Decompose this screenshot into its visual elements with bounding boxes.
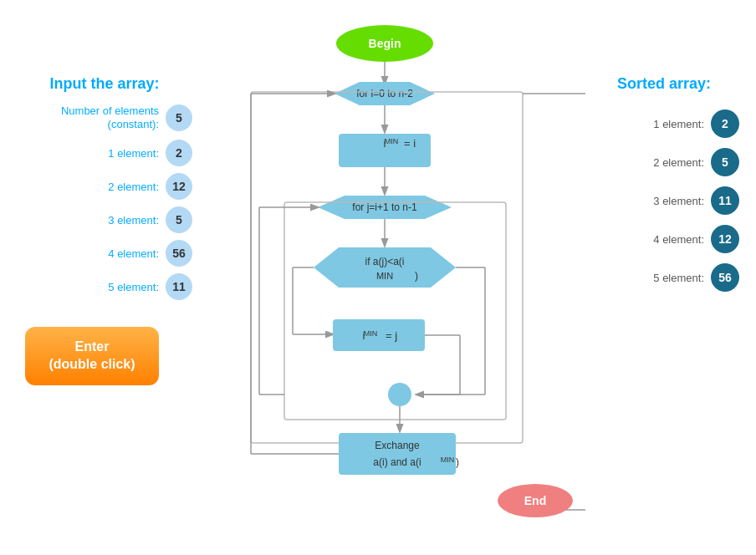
element-row-3: 3 element: 5 [17, 206, 192, 233]
if-label-3: ) [415, 270, 418, 282]
element-label-1: 1 element: [108, 147, 159, 160]
sorted-row-4: 4 element: 12 [589, 225, 739, 253]
element-label-5: 5 element: [108, 281, 159, 293]
flowchart-svg: Begin for i=0 to n-2 i MIN = i for j=i+1… [184, 8, 585, 552]
sorted-value-3: 11 [711, 186, 739, 215]
sorted-value-4: 12 [711, 225, 739, 253]
imin-j-subscript: MIN [364, 329, 378, 338]
element-row-2: 2 element: 12 [17, 173, 192, 200]
imin-j-shape [333, 319, 425, 351]
imin-i-eq: = i [404, 137, 416, 150]
sorted-row-1: 1 element: 2 [589, 109, 739, 138]
element-label-2: 2 element: [108, 181, 159, 193]
element-label-4: 4 element: [108, 247, 159, 260]
end-container: End [493, 481, 577, 523]
if-shape [314, 247, 456, 288]
num-elements-row: Number of elements(constant): 5 [17, 104, 192, 131]
sorted-label-5: 5 element: [653, 272, 704, 284]
sorted-row-5: 5 element: 56 [589, 263, 739, 292]
imin-j-eq: = j [386, 329, 397, 342]
sorted-label-1: 1 element: [653, 118, 704, 130]
sorted-array-title: Sorted array: [589, 75, 739, 93]
right-panel: Sorted array: 1 element: 2 2 element: 5 … [589, 75, 739, 302]
num-elements-label: Number of elements(constant): [61, 104, 159, 130]
sorted-value-2: 5 [711, 148, 739, 176]
exchange-subscript: MIN [441, 456, 455, 464]
sorted-value-5: 56 [711, 263, 739, 292]
exchange-label-2: a(i) and a(i [373, 456, 421, 468]
imin-i-subscript: MIN [385, 137, 399, 145]
sorted-value-1: 2 [711, 109, 739, 138]
exchange-paren: ) [456, 456, 459, 468]
enter-button[interactable]: Enter(double click) [25, 327, 159, 385]
element-row-1: 1 element: 2 [17, 140, 192, 166]
element-label-3: 3 element: [108, 214, 159, 227]
sorted-label-4: 4 element: [653, 233, 704, 246]
sorted-row-3: 3 element: 11 [589, 186, 739, 215]
end-svg: End [493, 481, 577, 520]
sorted-label-3: 3 element: [653, 195, 704, 207]
flowchart: Begin for i=0 to n-2 i MIN = i for j=i+1… [184, 8, 585, 552]
inner-loop-label: for j=i+1 to n-1 [352, 201, 417, 213]
input-array-title: Input the array: [17, 75, 192, 93]
element-row-4: 4 element: 56 [17, 240, 192, 267]
left-panel: Input the array: Number of elements(cons… [17, 75, 192, 385]
outer-loop-label: for i=0 to n-2 [356, 88, 413, 99]
element-row-5: 5 element: 11 [17, 273, 192, 300]
if-label-2: MIN [376, 271, 393, 281]
exchange-label-1: Exchange [375, 440, 420, 451]
sorted-row-2: 2 element: 5 [589, 148, 739, 176]
connector-circle [388, 383, 411, 406]
end-label: End [524, 494, 546, 507]
begin-label: Begin [369, 37, 401, 50]
sorted-label-2: 2 element: [653, 156, 704, 169]
if-label-1: if a(j)<a(i [365, 256, 404, 267]
